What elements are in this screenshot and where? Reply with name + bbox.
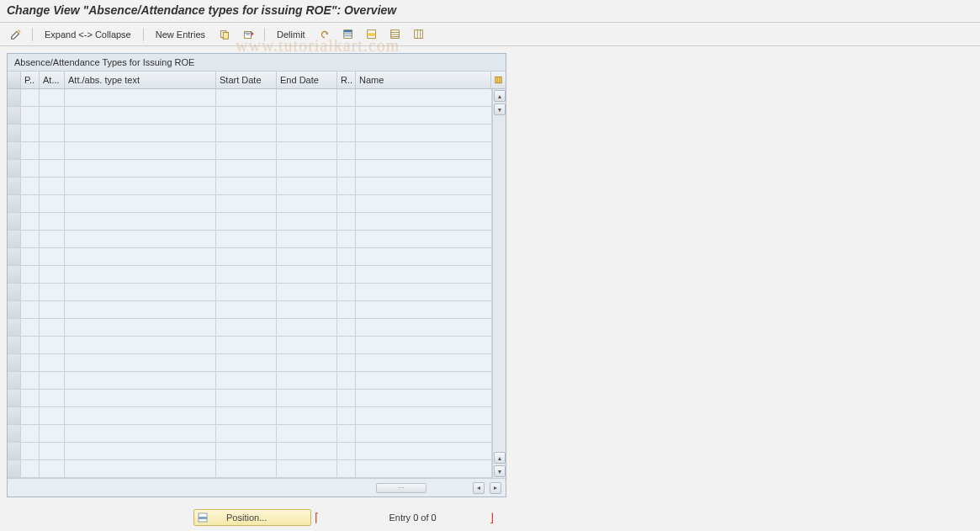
grid-header-type-text[interactable]: Att./abs. type text (65, 72, 216, 88)
table-row[interactable] (8, 301, 492, 319)
table-cell[interactable] (216, 107, 277, 124)
table-cell[interactable] (65, 425, 216, 442)
table-cell[interactable] (21, 425, 40, 442)
table-cell[interactable] (356, 178, 492, 194)
table-cell[interactable] (216, 213, 277, 230)
table-cell[interactable] (356, 443, 492, 459)
table-cell[interactable] (337, 125, 356, 141)
table-cell[interactable] (277, 354, 337, 371)
table-cell[interactable] (65, 354, 216, 371)
undo-button[interactable] (315, 27, 334, 42)
expand-collapse-button[interactable]: Expand <-> Collapse (40, 29, 136, 40)
table-cell[interactable] (277, 125, 337, 141)
table-cell[interactable] (65, 248, 216, 265)
table-cell[interactable] (277, 337, 337, 353)
grid-header-at[interactable]: At... (40, 72, 65, 88)
table-cell[interactable] (216, 89, 277, 106)
table-cell[interactable] (277, 107, 337, 124)
table-row[interactable] (8, 407, 492, 425)
table-cell[interactable] (40, 160, 65, 177)
table-row[interactable] (8, 89, 492, 107)
grid-header-p[interactable]: P.. (21, 72, 40, 88)
table-cell[interactable] (40, 142, 65, 159)
table-row[interactable] (8, 319, 492, 337)
table-cell[interactable] (21, 125, 40, 141)
vertical-scrollbar[interactable]: ▴ ▾ ▴ ▾ (492, 89, 506, 478)
row-selector[interactable] (8, 354, 21, 371)
table-row[interactable] (8, 443, 492, 460)
table-cell[interactable] (337, 195, 356, 212)
table-cell[interactable] (337, 372, 356, 389)
table-cell[interactable] (65, 284, 216, 300)
row-selector[interactable] (8, 425, 21, 442)
position-button[interactable]: Position... (193, 509, 311, 526)
table-cell[interactable] (216, 301, 277, 318)
table-cell[interactable] (356, 337, 492, 353)
table-cell[interactable] (337, 301, 356, 318)
table-cell[interactable] (216, 142, 277, 159)
table-cell[interactable] (40, 231, 65, 247)
table-cell[interactable] (21, 107, 40, 124)
table-cell[interactable] (277, 407, 337, 424)
grid-column-config-button[interactable] (491, 72, 506, 88)
grid-header-r[interactable]: R.. (337, 72, 356, 88)
table-cell[interactable] (277, 160, 337, 177)
row-selector[interactable] (8, 142, 21, 159)
row-selector[interactable] (8, 266, 21, 283)
table-cell[interactable] (356, 231, 492, 247)
table-cell[interactable] (40, 107, 65, 124)
table-cell[interactable] (21, 284, 40, 300)
table-cell[interactable] (277, 390, 337, 406)
scroll-right-button[interactable]: ▸ (490, 482, 501, 494)
table-cell[interactable] (65, 107, 216, 124)
table-cell[interactable] (337, 178, 356, 194)
table-cell[interactable] (40, 354, 65, 371)
table-cell[interactable] (356, 248, 492, 265)
display-change-button[interactable] (7, 27, 25, 42)
scroll-up-button[interactable]: ▴ (494, 452, 506, 464)
table-cell[interactable] (356, 425, 492, 442)
table-cell[interactable] (65, 390, 216, 406)
table-cell[interactable] (40, 178, 65, 194)
scroll-left-button[interactable]: ◂ (473, 482, 485, 494)
table-cell[interactable] (65, 160, 216, 177)
table-cell[interactable] (216, 407, 277, 424)
table-cell[interactable] (337, 284, 356, 300)
row-selector[interactable] (8, 460, 21, 477)
table-cell[interactable] (277, 443, 337, 459)
row-selector[interactable] (8, 125, 21, 141)
table-cell[interactable] (216, 372, 277, 389)
table-cell[interactable] (337, 142, 356, 159)
table-cell[interactable] (337, 160, 356, 177)
table-cell[interactable] (337, 443, 356, 459)
table-cell[interactable] (40, 407, 65, 424)
table-cell[interactable] (216, 443, 277, 459)
table-cell[interactable] (337, 107, 356, 124)
table-cell[interactable] (65, 407, 216, 424)
table-cell[interactable] (277, 142, 337, 159)
table-cell[interactable] (21, 354, 40, 371)
table-cell[interactable] (356, 372, 492, 389)
table-cell[interactable] (21, 337, 40, 353)
table-cell[interactable] (277, 266, 337, 283)
select-all-button[interactable] (339, 27, 358, 42)
row-selector[interactable] (8, 89, 21, 106)
table-cell[interactable] (21, 319, 40, 336)
grid-header-end-date[interactable]: End Date (277, 72, 337, 88)
row-selector[interactable] (8, 372, 21, 389)
table-cell[interactable] (65, 125, 216, 141)
table-cell[interactable] (337, 460, 356, 477)
table-row[interactable] (8, 160, 492, 178)
row-selector[interactable] (8, 160, 21, 177)
table-cell[interactable] (216, 248, 277, 265)
table-cell[interactable] (216, 390, 277, 406)
table-cell[interactable] (216, 231, 277, 247)
table-cell[interactable] (65, 142, 216, 159)
table-cell[interactable] (356, 89, 492, 106)
table-cell[interactable] (65, 266, 216, 283)
table-cell[interactable] (277, 425, 337, 442)
row-selector[interactable] (8, 407, 21, 424)
table-cell[interactable] (65, 195, 216, 212)
table-cell[interactable] (21, 160, 40, 177)
table-cell[interactable] (337, 266, 356, 283)
